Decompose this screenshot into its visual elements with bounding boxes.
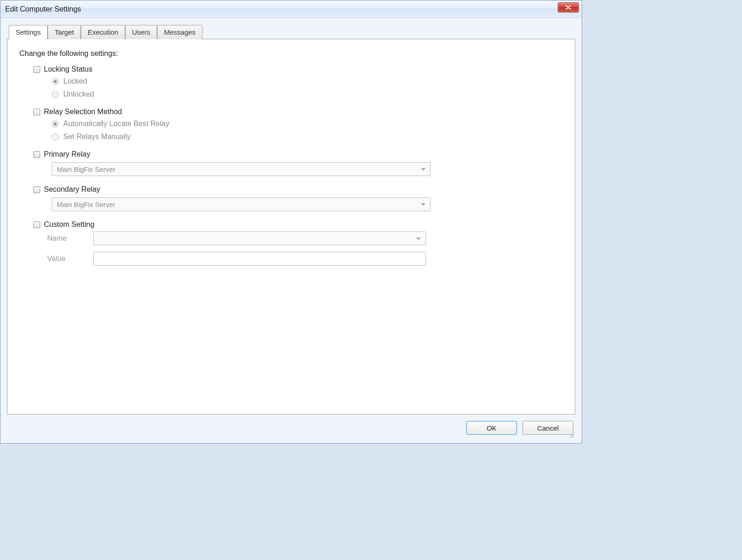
locked-radio[interactable] <box>52 78 59 85</box>
locking-radio-group: Locked Unlocked <box>52 77 563 98</box>
primary-relay-combo[interactable]: Main BigFix Server <box>52 162 431 176</box>
tab-settings[interactable]: Settings <box>9 25 48 39</box>
secondary-relay-check-row[interactable]: Secondary Relay <box>33 185 563 194</box>
content-area: Settings Target Execution Users Messages… <box>0 18 582 443</box>
auto-relay-radio-row[interactable]: Automatically Locate Best Relay <box>52 120 563 128</box>
secondary-relay-value: Main BigFix Server <box>57 201 421 208</box>
settings-panel: Change the following settings: Locking S… <box>7 39 575 414</box>
secondary-relay-combo[interactable]: Main BigFix Server <box>52 197 431 211</box>
ok-button[interactable]: OK <box>466 421 517 435</box>
chevron-down-icon <box>416 237 421 240</box>
unlocked-radio[interactable] <box>52 91 59 98</box>
custom-value-label: Value <box>47 255 93 263</box>
manual-relay-radio[interactable] <box>52 134 59 140</box>
chevron-down-icon <box>421 168 426 170</box>
tab-target[interactable]: Target <box>48 25 81 39</box>
close-icon <box>566 5 571 10</box>
custom-setting-check-row[interactable]: Custom Setting <box>33 220 563 229</box>
locking-status-label: Locking Status <box>44 65 92 73</box>
secondary-relay-checkbox[interactable] <box>33 186 40 193</box>
window-title: Edit Computer Settings <box>5 5 81 13</box>
button-bar: OK Cancel <box>7 414 575 438</box>
close-button[interactable] <box>558 2 579 12</box>
custom-value-row: Value <box>47 252 563 266</box>
custom-setting-checkbox[interactable] <box>33 221 40 228</box>
relay-method-check-row[interactable]: Relay Selection Method <box>33 108 563 116</box>
custom-name-combo[interactable] <box>93 231 426 245</box>
section-title: Change the following settings: <box>19 49 563 58</box>
primary-relay-group: Primary Relay Main BigFix Server <box>33 150 563 176</box>
dialog-window: Edit Computer Settings Settings Target E… <box>0 0 582 444</box>
auto-relay-radio[interactable] <box>52 121 59 128</box>
chevron-down-icon <box>421 203 426 206</box>
primary-relay-value: Main BigFix Server <box>57 165 421 173</box>
locked-radio-label: Locked <box>63 77 87 85</box>
tab-execution[interactable]: Execution <box>81 25 125 39</box>
primary-relay-checkbox[interactable] <box>33 151 40 158</box>
locking-status-check-row[interactable]: Locking Status <box>33 65 563 73</box>
relay-method-group: Relay Selection Method Automatically Loc… <box>33 108 563 141</box>
custom-value-input[interactable] <box>93 252 426 266</box>
cancel-button[interactable]: Cancel <box>523 421 573 435</box>
relay-method-label: Relay Selection Method <box>44 108 122 116</box>
locking-status-group: Locking Status Locked Unlocked <box>33 65 563 98</box>
locked-radio-row[interactable]: Locked <box>52 77 563 85</box>
secondary-relay-label: Secondary Relay <box>44 185 100 194</box>
resize-grip-icon[interactable] <box>568 431 574 438</box>
manual-relay-radio-label: Set Relays Manually <box>63 133 131 141</box>
custom-setting-label: Custom Setting <box>44 220 94 229</box>
custom-name-label: Name <box>47 234 93 243</box>
relay-method-checkbox[interactable] <box>33 109 40 116</box>
primary-relay-check-row[interactable]: Primary Relay <box>33 150 563 158</box>
relay-method-radio-group: Automatically Locate Best Relay Set Rela… <box>52 120 563 141</box>
tab-messages[interactable]: Messages <box>157 25 202 39</box>
unlocked-radio-row[interactable]: Unlocked <box>52 90 563 98</box>
secondary-relay-group: Secondary Relay Main BigFix Server <box>33 185 563 211</box>
locking-status-checkbox[interactable] <box>33 66 40 73</box>
tab-strip: Settings Target Execution Users Messages <box>9 24 575 39</box>
custom-name-row: Name <box>47 231 563 245</box>
unlocked-radio-label: Unlocked <box>63 90 94 98</box>
tab-users[interactable]: Users <box>125 25 157 39</box>
titlebar[interactable]: Edit Computer Settings <box>0 0 582 18</box>
primary-relay-label: Primary Relay <box>44 150 90 158</box>
manual-relay-radio-row[interactable]: Set Relays Manually <box>52 133 563 141</box>
auto-relay-radio-label: Automatically Locate Best Relay <box>63 120 169 128</box>
custom-setting-group: Custom Setting Name Value <box>33 220 563 266</box>
